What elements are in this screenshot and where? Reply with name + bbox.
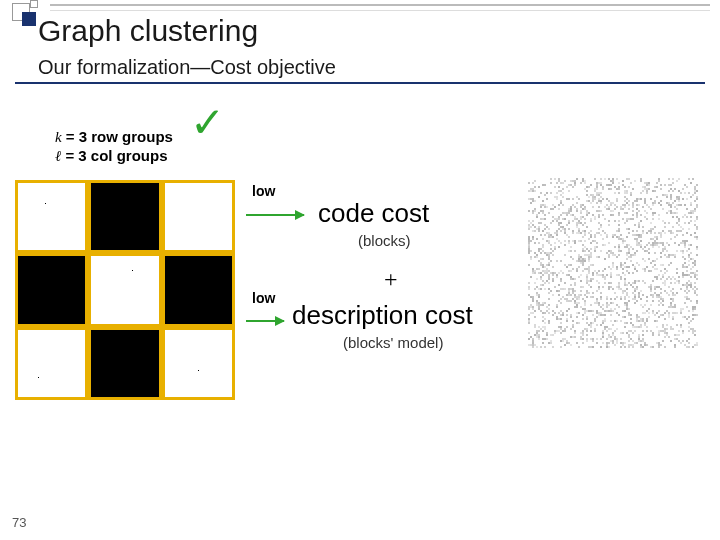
grid-cell (162, 180, 235, 253)
grid-cell (162, 253, 235, 326)
desc-cost-label: description cost (292, 300, 473, 331)
code-cost-sub: (blocks) (358, 232, 411, 249)
group-params: k = 3 row groups ℓ = 3 col groups (55, 128, 173, 166)
page-number: 73 (12, 515, 26, 530)
grid-cell (88, 180, 161, 253)
grid-cell (15, 253, 88, 326)
l-text: = 3 col groups (61, 147, 167, 164)
block-grid (15, 180, 235, 400)
code-cost-label: code cost (318, 198, 429, 229)
desc-cost-sub: (blocks' model) (343, 334, 443, 351)
page-title: Graph clustering (38, 14, 258, 48)
page-subtitle: Our formalization—Cost objective (38, 56, 336, 79)
arrow-icon (246, 320, 284, 322)
low-label-2: low (252, 290, 275, 306)
grid-cell (88, 253, 161, 326)
arrow-icon (246, 214, 304, 216)
noise-matrix (528, 178, 698, 348)
grid-cell (162, 327, 235, 400)
grid-cell (15, 327, 88, 400)
checkmark-icon: ✓ (190, 98, 225, 147)
plus-symbol: + (384, 266, 398, 293)
grid-cell (88, 327, 161, 400)
grid-cell (15, 180, 88, 253)
title-underline (15, 82, 705, 84)
k-text: = 3 row groups (62, 128, 173, 145)
low-label-1: low (252, 183, 275, 199)
k-variable: k (55, 129, 62, 145)
